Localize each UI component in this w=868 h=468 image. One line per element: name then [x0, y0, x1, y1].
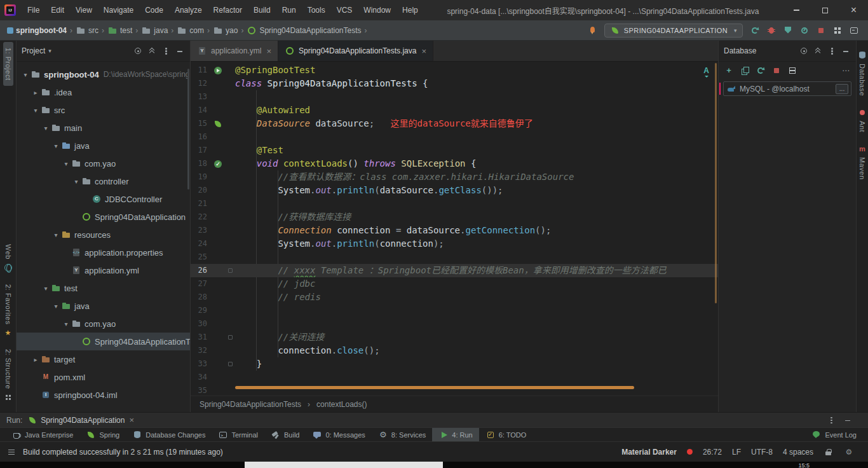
run-config-selector[interactable]: SPRING04DATAAPPLICATION ▾ — [604, 24, 743, 38]
stripe-database[interactable]: Database — [856, 45, 868, 102]
menu-navigate[interactable]: Navigate — [98, 0, 139, 20]
menu-help[interactable]: Help — [397, 0, 424, 20]
tree-chevron[interactable]: ▾ — [71, 178, 81, 185]
menu-tools[interactable]: Tools — [302, 0, 331, 20]
duplicate-icon[interactable] — [740, 65, 750, 76]
line-separator-widget[interactable]: LF — [732, 448, 741, 457]
menu-analyze[interactable]: Analyze — [169, 0, 208, 20]
coverage-icon[interactable] — [783, 25, 793, 36]
project-panel-title[interactable]: Project — [22, 46, 45, 55]
tree-item-main[interactable]: ▾main — [17, 119, 190, 137]
menu-build[interactable]: Build — [248, 0, 276, 20]
moreh-icon[interactable] — [841, 65, 851, 76]
code-line-26[interactable]: 26 // xxxx Template ：Springboot已经配置好的模板B… — [191, 264, 718, 277]
tree-chevron[interactable]: ▾ — [51, 231, 61, 238]
tree-chevron[interactable]: ▾ — [31, 107, 41, 114]
tree-item-springboot-04-iml[interactable]: springboot-04.iml — [17, 386, 190, 404]
code-line-34[interactable]: 34 — [191, 371, 718, 384]
tree-chevron[interactable]: ▾ — [61, 160, 71, 167]
code-line-29[interactable]: 29 — [191, 304, 718, 317]
crumb-com[interactable]: com — [176, 25, 205, 36]
code-line-30[interactable]: 30 — [191, 317, 718, 331]
code-line-32[interactable]: 32 connection.close(); — [191, 344, 718, 357]
tool-button-8-services[interactable]: 8: Services — [372, 428, 432, 442]
code-line-28[interactable]: 28 // redis — [191, 291, 718, 304]
tab-close-icon[interactable]: × — [421, 46, 426, 56]
tree-item-jdbccontroller[interactable]: JDBCController — [17, 190, 190, 208]
stop-icon[interactable] — [816, 25, 826, 36]
crumb-java[interactable]: java — [140, 25, 168, 36]
theme-widget[interactable]: Material Darker — [621, 448, 677, 457]
code-line-27[interactable]: 27 // jdbc — [191, 277, 718, 291]
crumb-test[interactable]: test — [107, 25, 133, 36]
profiler-icon[interactable] — [799, 25, 810, 36]
menu-window[interactable]: Window — [358, 0, 397, 20]
tree-item-pom-xml[interactable]: pom.xml — [17, 368, 190, 386]
spring-bean-icon[interactable] — [214, 120, 222, 128]
menu-edit[interactable]: Edit — [45, 0, 70, 20]
menu-file[interactable]: File — [22, 0, 45, 20]
tree-chevron[interactable]: ▸ — [31, 356, 41, 363]
menu-vcs[interactable]: VCS — [331, 0, 358, 20]
tree-item-resources[interactable]: ▾resources — [17, 226, 190, 244]
code-line-12[interactable]: 12class Spring04DataApplicationTests { — [191, 77, 718, 90]
code-line-14[interactable]: 14 @Autowired — [191, 104, 718, 117]
taskbar-app-button[interactable] — [245, 462, 443, 468]
kebab-icon[interactable] — [161, 46, 171, 56]
run-tab[interactable]: Spring04DataApplication × — [27, 415, 134, 425]
menu-refactor[interactable]: Refactor — [208, 0, 248, 20]
tool-button-database-changes[interactable]: Database Changes — [126, 428, 212, 442]
breadcrumb-spring04dataapplicationtests[interactable]: Spring04DataApplicationTests — [200, 400, 301, 409]
tree-item-java[interactable]: ▾java — [17, 137, 190, 155]
tree-chevron[interactable]: ▾ — [41, 285, 51, 292]
stripe-2-favorites[interactable]: 2: Favorites — [2, 279, 15, 343]
code-line-23[interactable]: 23 Connection connection = dataSource.ge… — [191, 224, 718, 237]
minimize-icon[interactable] — [175, 46, 185, 56]
test-passed-icon[interactable] — [214, 160, 222, 168]
collapseall-icon[interactable] — [147, 46, 157, 56]
tree-chevron[interactable]: ▾ — [61, 320, 71, 327]
tree-item-controller[interactable]: ▾controller — [17, 172, 190, 190]
tree-item-application-properties[interactable]: application.properties — [17, 244, 190, 261]
vertical-scrollbar[interactable] — [715, 63, 717, 303]
stopred-icon[interactable] — [771, 65, 782, 76]
close-button[interactable]: × — [839, 0, 868, 20]
menu-code[interactable]: Code — [139, 0, 169, 20]
breadcrumb-contextloads[interactable]: contextLoads() — [316, 400, 367, 409]
encoding-widget[interactable]: UTF-8 — [751, 448, 773, 457]
tree-chevron[interactable]: ▾ — [51, 303, 61, 310]
tool-button-6-todo[interactable]: 6: TODO — [479, 428, 533, 442]
code-line-31[interactable]: 31 //关闭连接 — [191, 331, 718, 344]
tree-chevron[interactable]: ▾ — [41, 125, 51, 132]
inspections-widget[interactable]: A — [703, 67, 709, 78]
crumb-yao[interactable]: yao — [212, 25, 238, 36]
rocket-icon[interactable] — [587, 25, 597, 36]
editor-tab-application-yml[interactable]: application.yml× — [191, 41, 278, 61]
fold-marker[interactable] — [228, 335, 233, 340]
table-icon[interactable] — [787, 65, 797, 76]
tool-button-4-run[interactable]: 4: Run — [432, 428, 478, 442]
tree-chevron[interactable]: ▸ — [31, 89, 41, 96]
tree-item-application-yml[interactable]: application.yml — [17, 261, 190, 279]
code-line-33[interactable]: 33 } — [191, 357, 718, 371]
tree-item-spring04dataapplicationte[interactable]: Spring04DataApplicationTe — [17, 333, 190, 350]
tool-button-java-enterprise[interactable]: Java Enterprise — [5, 428, 79, 442]
sync-icon[interactable] — [756, 65, 766, 76]
horizontal-scrollbar[interactable] — [235, 386, 634, 389]
more-button[interactable]: ... — [836, 84, 848, 94]
tool-button-0-messages[interactable]: 0: Messages — [306, 428, 371, 442]
code-line-15[interactable]: 15 DataSource dataSource; 这里的dataSource就… — [191, 117, 718, 130]
close-icon[interactable]: × — [129, 415, 134, 425]
code-line-25[interactable]: 25 — [191, 251, 718, 264]
tool-button-spring[interactable]: Spring — [79, 428, 126, 442]
fold-marker[interactable] — [228, 268, 233, 273]
stripe-web[interactable]: Web — [2, 238, 15, 279]
tree-item-src[interactable]: ▾src — [17, 101, 190, 119]
menu-view[interactable]: View — [70, 0, 98, 20]
tree-chevron[interactable]: ▾ — [51, 142, 61, 149]
tool-button-build[interactable]: Build — [264, 428, 306, 442]
code-line-21[interactable]: 21 — [191, 197, 718, 210]
code-line-18[interactable]: 18 void contextLoads() throws SQLExcepti… — [191, 157, 718, 170]
console-icon[interactable] — [849, 25, 859, 36]
gear-icon[interactable] — [844, 447, 854, 457]
